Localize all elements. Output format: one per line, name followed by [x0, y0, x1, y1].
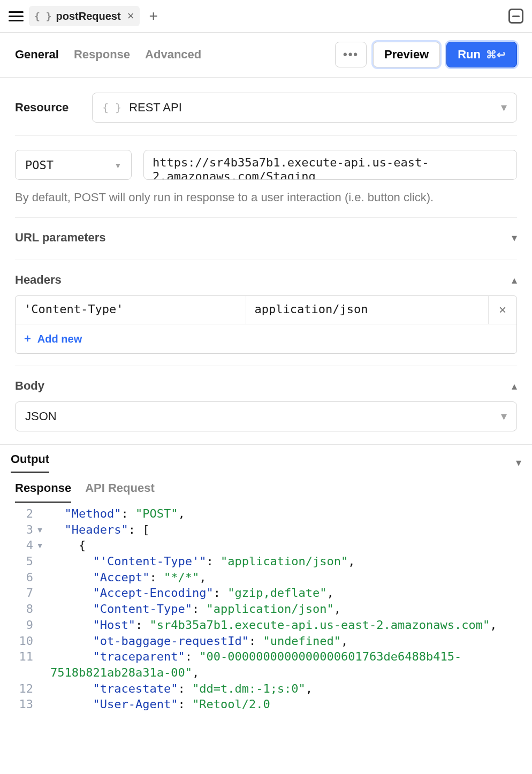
code-line: 8 "Content-Type": "application/json", [0, 601, 532, 617]
code-line: 12 "tracestate": "dd=t.dm:-1;s:0", [0, 681, 532, 697]
header-row: 'Content-Type' application/json × [16, 296, 516, 324]
tab-response[interactable]: Response [74, 48, 130, 62]
line-number: 7 [0, 585, 36, 601]
section-headers-header[interactable]: Headers ▴ [15, 260, 517, 292]
headers-table: 'Content-Type' application/json × + Add … [15, 295, 517, 354]
section-headers: Headers ▴ 'Content-Type' application/jso… [15, 260, 517, 366]
section-body: Body ▴ JSON ▾ [15, 366, 517, 431]
method-url-row: POST ▾ https://sr4b35a7b1.execute-api.us… [15, 136, 517, 180]
chevron-down-icon: ▾ [501, 409, 507, 423]
new-tab-button[interactable]: + [145, 7, 162, 25]
line-number: 2 [0, 506, 36, 522]
fold-icon [36, 570, 47, 586]
header-key-input[interactable]: 'Content-Type' [16, 296, 246, 324]
fold-icon [36, 601, 47, 617]
code-content: "Host": "sr4b35a7b1.execute-api.us-east-… [47, 617, 532, 633]
section-url-parameters: URL parameters ▾ [15, 218, 517, 260]
code-content: "'Content-Type'": "application/json", [47, 553, 532, 570]
code-content: "ot-baggage-requestId": "undefined", [47, 633, 532, 649]
body-type-select[interactable]: JSON ▾ [15, 401, 517, 431]
code-content: "tracestate": "dd=t.dm:-1;s:0", [47, 681, 532, 697]
fold-icon [36, 633, 47, 649]
output-title: Output [11, 452, 49, 473]
chevron-up-icon: ▴ [512, 274, 517, 286]
query-tab[interactable]: { } postRequest × [29, 6, 140, 26]
run-label: Run [458, 48, 481, 62]
chevron-down-icon: ▾ [501, 101, 507, 115]
line-number: 11 [0, 649, 36, 680]
code-content: "Accept": "*/*", [47, 570, 532, 586]
fold-icon [36, 681, 47, 697]
body-type-value: JSON [25, 409, 57, 423]
fold-icon [36, 649, 47, 680]
fold-icon [36, 617, 47, 633]
plus-icon: + [24, 332, 31, 346]
line-number: 5 [0, 553, 36, 570]
chevron-down-icon: ▾ [516, 456, 521, 469]
line-number: 3 [0, 522, 36, 538]
menu-icon[interactable] [9, 9, 24, 24]
code-content: "User-Agent": "Retool/2.0 [47, 696, 532, 712]
add-new-label: Add new [37, 333, 82, 345]
resource-select[interactable]: { } REST API ▾ [92, 93, 517, 123]
code-content: { [47, 537, 532, 553]
fold-icon [36, 696, 47, 712]
output-tabs: Response API Request [0, 474, 532, 503]
add-header-button[interactable]: + Add new [16, 324, 90, 353]
preview-button[interactable]: Preview [373, 42, 440, 67]
code-line: 9 "Host": "sr4b35a7b1.execute-api.us-eas… [0, 617, 532, 633]
resource-label: Resource [15, 101, 79, 115]
line-number: 9 [0, 617, 36, 633]
section-url-parameters-header[interactable]: URL parameters ▾ [15, 218, 517, 250]
line-number: 8 [0, 601, 36, 617]
more-button[interactable]: ••• [335, 42, 367, 67]
query-tab-name: postRequest [56, 10, 121, 22]
line-number: 4 [0, 537, 36, 553]
run-shortcut: ⌘↩ [486, 48, 506, 61]
code-line: 2 "Method": "POST", [0, 506, 532, 522]
url-input[interactable]: https://sr4b35a7b1.execute-api.us-east-2… [143, 150, 517, 180]
code-line: 10 "ot-baggage-requestId": "undefined", [0, 633, 532, 649]
resource-type: REST API [129, 101, 182, 115]
line-number: 6 [0, 570, 36, 586]
section-body-header[interactable]: Body ▴ [15, 366, 517, 398]
code-line: 7 "Accept-Encoding": "gzip,deflate", [0, 585, 532, 601]
url-parameters-title: URL parameters [15, 231, 106, 245]
braces-icon: { } [102, 101, 121, 114]
output-header[interactable]: Output ▾ [0, 444, 532, 474]
code-line: 5 "'Content-Type'": "application/json", [0, 553, 532, 570]
code-content: "traceparent": "00-000000000000000060176… [47, 649, 532, 680]
method-select[interactable]: POST ▾ [15, 150, 132, 180]
code-line: 4▾ { [0, 537, 532, 553]
chevron-down-icon: ▾ [115, 158, 121, 172]
fold-icon [36, 553, 47, 570]
code-line: 3▾ "Headers": [ [0, 522, 532, 538]
code-line: 11 "traceparent": "00-000000000000000060… [0, 649, 532, 680]
line-number: 13 [0, 696, 36, 712]
fold-icon[interactable]: ▾ [36, 537, 47, 553]
delete-header-button[interactable]: × [489, 296, 516, 324]
fold-icon [36, 585, 47, 601]
code-content: "Headers": [ [47, 522, 532, 538]
code-content: "Accept-Encoding": "gzip,deflate", [47, 585, 532, 601]
collapse-panel-icon[interactable] [508, 9, 523, 24]
headers-title: Headers [15, 273, 62, 287]
line-number: 10 [0, 633, 36, 649]
chevron-down-icon: ▾ [512, 231, 517, 244]
code-line: 6 "Accept": "*/*", [0, 570, 532, 586]
chevron-up-icon: ▴ [512, 380, 517, 392]
method-helptext: By default, POST will only run in respon… [15, 180, 517, 218]
response-code[interactable]: 2 "Method": "POST",3▾ "Headers": [4▾ {5 … [0, 503, 532, 721]
header-value-input[interactable]: application/json [246, 296, 489, 324]
fold-icon[interactable]: ▾ [36, 522, 47, 538]
fold-icon [36, 506, 47, 522]
tab-output-api-request[interactable]: API Request [85, 481, 155, 503]
tab-advanced[interactable]: Advanced [145, 48, 201, 62]
tab-general[interactable]: General [15, 48, 59, 62]
braces-icon: { } [34, 11, 52, 22]
run-button[interactable]: Run ⌘↩ [446, 42, 517, 67]
tab-output-response[interactable]: Response [15, 481, 71, 503]
close-icon[interactable]: × [127, 9, 134, 23]
code-content: "Content-Type": "application/json", [47, 601, 532, 617]
method-value: POST [25, 158, 54, 172]
